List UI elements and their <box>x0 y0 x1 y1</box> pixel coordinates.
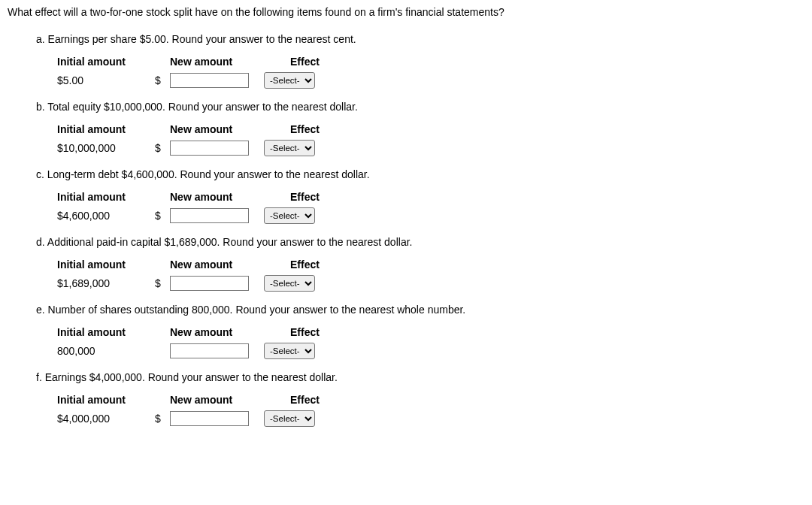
dollar-sign: $ <box>155 277 166 289</box>
dollar-sign: $ <box>155 413 166 425</box>
sub-question-d-text: d. Additional paid-in capital $1,689,000… <box>36 236 804 248</box>
dollar-sign: $ <box>155 210 166 222</box>
header-initial: Initial amount <box>57 123 166 135</box>
new-amount-input-b[interactable] <box>170 141 249 156</box>
initial-value-a: $5.00 <box>57 74 155 86</box>
sub-question-a: a. Earnings per share $5.00. Round your … <box>36 33 804 89</box>
dollar-sign: $ <box>155 74 166 86</box>
header-initial: Initial amount <box>57 56 166 68</box>
header-new: New amount <box>170 56 290 68</box>
header-initial: Initial amount <box>57 394 166 406</box>
header-initial: Initial amount <box>57 259 166 271</box>
new-amount-input-d[interactable] <box>170 276 249 291</box>
sub-question-e: e. Number of shares outstanding 800,000.… <box>36 304 804 359</box>
new-amount-input-a[interactable] <box>170 73 249 88</box>
effect-select-c[interactable]: -Select- <box>264 207 315 224</box>
sub-question-b: b. Total equity $10,000,000. Round your … <box>36 101 804 156</box>
header-effect: Effect <box>290 326 320 338</box>
sub-question-f-text: f. Earnings $4,000,000. Round your answe… <box>36 371 804 383</box>
header-initial: Initial amount <box>57 326 166 338</box>
sub-question-e-text: e. Number of shares outstanding 800,000.… <box>36 304 804 316</box>
header-effect: Effect <box>290 259 320 271</box>
dollar-sign: $ <box>155 142 166 154</box>
new-amount-input-e[interactable] <box>170 343 249 358</box>
initial-value-d: $1,689,000 <box>57 277 155 289</box>
new-amount-input-c[interactable] <box>170 208 249 223</box>
initial-value-c: $4,600,000 <box>57 210 155 222</box>
sub-question-a-text: a. Earnings per share $5.00. Round your … <box>36 33 804 45</box>
effect-select-b[interactable]: -Select- <box>264 140 315 156</box>
sub-question-d: d. Additional paid-in capital $1,689,000… <box>36 236 804 292</box>
header-new: New amount <box>170 123 290 135</box>
sub-question-b-text: b. Total equity $10,000,000. Round your … <box>36 101 804 113</box>
sub-question-c-text: c. Long-term debt $4,600,000. Round your… <box>36 168 804 180</box>
header-effect: Effect <box>290 123 320 135</box>
sub-question-f: f. Earnings $4,000,000. Round your answe… <box>36 371 804 427</box>
initial-value-e: 800,000 <box>57 345 155 357</box>
header-new: New amount <box>170 259 290 271</box>
effect-select-f[interactable]: -Select- <box>264 410 315 427</box>
header-effect: Effect <box>290 394 320 406</box>
initial-value-f: $4,000,000 <box>57 413 155 425</box>
header-new: New amount <box>170 191 290 203</box>
effect-select-e[interactable]: -Select- <box>264 343 315 359</box>
effect-select-a[interactable]: -Select- <box>264 72 315 89</box>
new-amount-input-f[interactable] <box>170 411 249 426</box>
effect-select-d[interactable]: -Select- <box>264 275 315 292</box>
header-new: New amount <box>170 394 290 406</box>
header-effect: Effect <box>290 56 320 68</box>
header-new: New amount <box>170 326 290 338</box>
header-initial: Initial amount <box>57 191 166 203</box>
header-effect: Effect <box>290 191 320 203</box>
initial-value-b: $10,000,000 <box>57 142 155 154</box>
sub-question-c: c. Long-term debt $4,600,000. Round your… <box>36 168 804 224</box>
question-text: What effect will a two-for-one stock spl… <box>8 6 804 18</box>
